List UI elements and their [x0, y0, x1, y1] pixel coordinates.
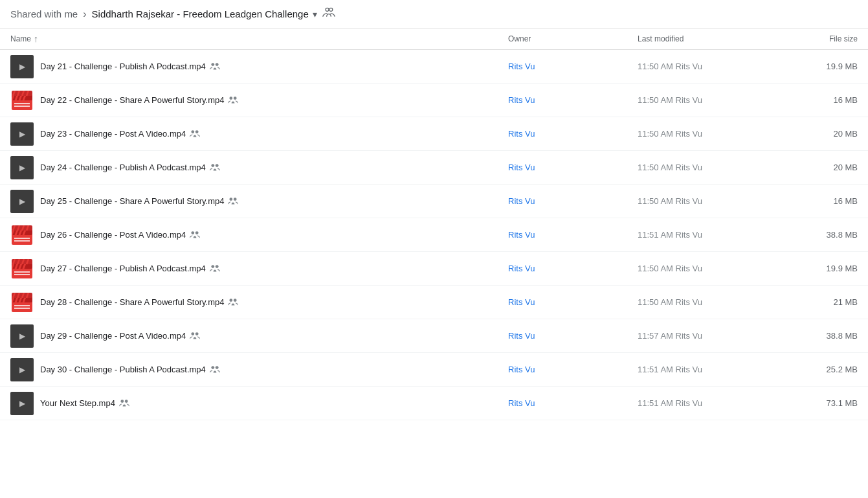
sort-ascending-icon: ↑: [34, 34, 38, 44]
file-name: Day 28 - Challenge - Share A Powerful St…: [40, 297, 224, 307]
owner-cell: Rits Vu: [508, 163, 638, 172]
svg-point-19: [192, 130, 195, 133]
table-row[interactable]: Day 30 - Challenge - Publish A Podcast.m…: [0, 353, 868, 387]
modified-cell: 11:50 AM Rits Vu: [638, 163, 780, 172]
modified-cell: 11:50 AM Rits Vu: [638, 196, 780, 206]
column-owner[interactable]: Owner: [508, 34, 638, 43]
file-name: Day 24 - Challenge - Publish A Podcast.m…: [40, 163, 206, 172]
shared-users-icon: [210, 365, 220, 375]
video-red-icon: [10, 223, 34, 247]
svg-point-74: [120, 400, 124, 403]
svg-point-54: [216, 265, 219, 268]
svg-point-21: [211, 164, 214, 167]
file-name-column: Day 30 - Challenge - Publish A Podcast.m…: [10, 358, 508, 381]
file-name: Day 26 - Challenge - Post A Video.mp4: [40, 230, 186, 240]
shared-users-icon: [190, 331, 200, 341]
file-label: Day 26 - Challenge - Post A Video.mp4: [40, 230, 200, 240]
table-row[interactable]: Day 22 - Challenge - Share A Powerful St…: [0, 84, 868, 117]
folder-name: Siddharth Rajsekar - Freedom Leadgen Cha…: [92, 8, 309, 19]
svg-point-24: [234, 198, 237, 201]
file-name-column: Day 24 - Challenge - Publish A Podcast.m…: [10, 156, 508, 179]
owner-cell: Rits Vu: [508, 264, 638, 273]
size-cell: 16 MB: [780, 95, 858, 105]
file-name-column: Day 23 - Challenge - Post A Video.mp4: [10, 122, 508, 146]
table-row[interactable]: Day 23 - Challenge - Post A Video.mp4 Ri…: [0, 117, 868, 151]
file-name-column: Day 21 - Challenge - Publish A Podcast.m…: [10, 55, 508, 78]
owner-cell: Rits Vu: [508, 95, 638, 105]
table-header: Name ↑ Owner Last modified File size: [0, 28, 868, 50]
file-label: Day 25 - Challenge - Share A Powerful St…: [40, 196, 238, 207]
table-row[interactable]: Day 26 - Challenge - Post A Video.mp4 Ri…: [0, 218, 868, 252]
svg-point-73: [216, 366, 219, 369]
svg-point-72: [211, 366, 214, 369]
file-icon: [10, 358, 34, 381]
breadcrumb-separator: ›: [83, 8, 86, 20]
svg-point-17: [230, 96, 233, 100]
size-cell: 73.1 MB: [780, 398, 858, 408]
svg-point-71: [195, 332, 199, 335]
size-cell: 19.9 MB: [780, 264, 858, 273]
file-icon: [10, 190, 34, 213]
svg-point-69: [234, 299, 237, 302]
file-label: Day 29 - Challenge - Post A Video.mp4: [40, 331, 200, 341]
shared-users-icon: [228, 95, 238, 106]
svg-point-53: [211, 265, 214, 268]
svg-point-39: [195, 231, 199, 234]
table-row[interactable]: Day 28 - Challenge - Share A Powerful St…: [0, 286, 868, 319]
folder-breadcrumb: Siddharth Rajsekar - Freedom Leadgen Cha…: [92, 8, 317, 19]
file-icon: [10, 223, 34, 247]
table-row[interactable]: Your Next Step.mp4 Rits Vu 11:51 AM Rits…: [0, 387, 868, 420]
video-dark-icon: [10, 55, 34, 78]
svg-point-22: [216, 164, 219, 167]
modified-cell: 11:51 AM Rits Vu: [638, 365, 780, 374]
video-red-icon: [10, 257, 34, 280]
file-name: Day 27 - Challenge - Publish A Podcast.m…: [40, 264, 206, 273]
name-label: Name: [10, 34, 31, 43]
table-row[interactable]: Day 21 - Challenge - Publish A Podcast.m…: [0, 50, 868, 84]
owner-cell: Rits Vu: [508, 331, 638, 341]
owner-cell: Rits Vu: [508, 62, 638, 71]
modified-cell: 11:51 AM Rits Vu: [638, 398, 780, 408]
file-icon: [10, 392, 34, 415]
file-name: Your Next Step.mp4: [40, 398, 115, 408]
folder-dropdown-icon[interactable]: ▾: [313, 9, 317, 19]
file-icon: [10, 55, 34, 78]
shared-with-me-link[interactable]: Shared with me: [10, 8, 78, 19]
file-icon: [10, 324, 34, 348]
share-folder-icon[interactable]: [322, 6, 335, 22]
modified-cell: 11:51 AM Rits Vu: [638, 230, 780, 240]
file-name: Day 22 - Challenge - Share A Powerful St…: [40, 95, 224, 105]
table-row[interactable]: Day 27 - Challenge - Publish A Podcast.m…: [0, 252, 868, 286]
table-row[interactable]: Day 24 - Challenge - Publish A Podcast.m…: [0, 151, 868, 185]
modified-cell: 11:50 AM Rits Vu: [638, 95, 780, 105]
column-size[interactable]: File size: [780, 34, 858, 43]
header: Shared with me › Siddharth Rajsekar - Fr…: [0, 0, 868, 28]
video-dark-icon: [10, 324, 34, 348]
modified-cell: 11:57 AM Rits Vu: [638, 331, 780, 341]
file-name-column: Day 22 - Challenge - Share A Powerful St…: [10, 89, 508, 112]
video-red-icon: [10, 291, 34, 314]
svg-point-0: [326, 8, 329, 11]
column-name[interactable]: Name ↑: [10, 34, 508, 44]
table-row[interactable]: Day 25 - Challenge - Share A Powerful St…: [0, 185, 868, 218]
shared-users-icon: [190, 230, 200, 240]
file-label: Day 23 - Challenge - Post A Video.mp4: [40, 129, 200, 139]
size-cell: 38.8 MB: [780, 331, 858, 341]
file-icon: [10, 291, 34, 314]
file-name: Day 23 - Challenge - Post A Video.mp4: [40, 129, 186, 139]
file-name-column: Day 29 - Challenge - Post A Video.mp4: [10, 324, 508, 348]
column-modified[interactable]: Last modified: [638, 34, 780, 43]
file-icon: [10, 156, 34, 179]
table-row[interactable]: Day 29 - Challenge - Post A Video.mp4 Ri…: [0, 319, 868, 353]
file-icon: [10, 257, 34, 280]
file-name: Day 25 - Challenge - Share A Powerful St…: [40, 196, 224, 206]
svg-point-70: [192, 332, 195, 335]
file-name-column: Your Next Step.mp4: [10, 392, 508, 415]
modified-cell: 11:50 AM Rits Vu: [638, 264, 780, 273]
video-dark-icon: [10, 156, 34, 179]
size-cell: 20 MB: [780, 163, 858, 172]
owner-cell: Rits Vu: [508, 365, 638, 374]
file-icon: [10, 89, 34, 112]
file-label: Day 21 - Challenge - Publish A Podcast.m…: [40, 62, 220, 72]
shared-users-icon: [119, 398, 129, 409]
